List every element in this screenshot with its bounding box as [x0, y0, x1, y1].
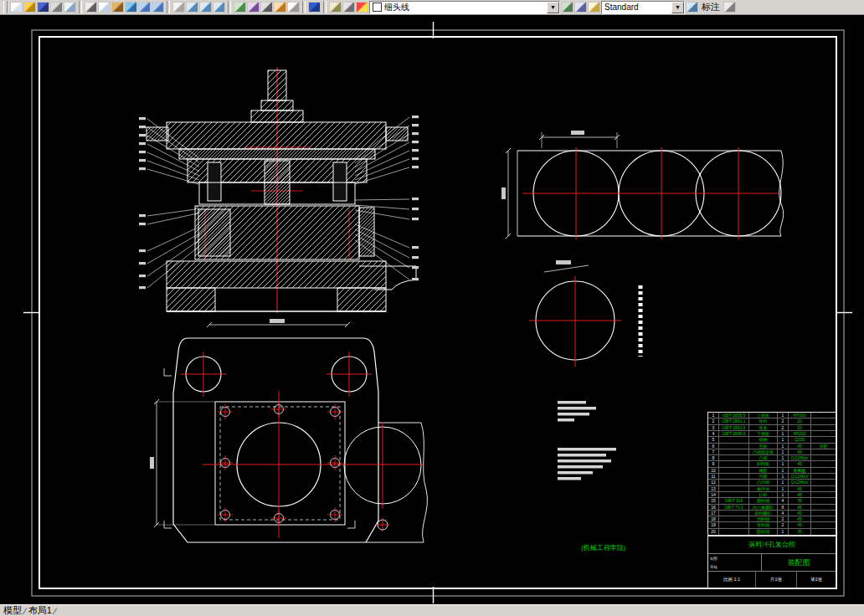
color-control-icon[interactable] — [356, 2, 368, 13]
datum-marks — [164, 368, 355, 528]
insert-block-icon[interactable] — [247, 2, 260, 13]
table-icon[interactable] — [287, 2, 300, 13]
title-block-school-text: (机械工程学院) — [581, 543, 625, 552]
bom-row: 2GB/T 2861.1导柱220 — [708, 418, 836, 424]
zoom-window-icon[interactable] — [199, 2, 212, 13]
sheet-total-label: 共1张 — [756, 572, 797, 588]
dim-style-icon[interactable] — [686, 2, 698, 13]
bom-row: 9卸料板145 — [708, 461, 836, 467]
annotation-icon[interactable] — [723, 2, 736, 13]
paste-icon[interactable] — [111, 2, 124, 13]
toolbar-icon-group-left — [10, 1, 368, 13]
layer-properties-icon[interactable] — [329, 2, 342, 13]
zoom-realtime-icon[interactable] — [186, 2, 198, 13]
tech-notes — [558, 401, 616, 480]
part-view — [529, 260, 640, 367]
toolbar-icon-group-mid — [561, 2, 600, 13]
undo-icon[interactable] — [138, 2, 151, 13]
title-block-signatures: 制图 审核 — [708, 554, 762, 571]
bom-row: 13推件块145 — [708, 486, 836, 492]
toolbar-separator — [323, 1, 327, 13]
layer-color-swatch-icon — [373, 3, 382, 12]
make-block-icon[interactable] — [234, 2, 246, 13]
sheet-number-label: 第1张 — [797, 572, 836, 588]
toolbar-grip[interactable] — [3, 1, 8, 13]
bom-row: 6垫板145淬硬 — [708, 444, 836, 449]
layer-combobox-value: 细头线 — [384, 2, 409, 13]
tab-separator: ∕ — [24, 606, 26, 616]
help-icon[interactable] — [308, 2, 321, 13]
bom-row: 11凹模1Cr12MoV — [708, 474, 836, 480]
match-properties-icon[interactable] — [125, 2, 137, 13]
zoom-previous-icon[interactable] — [213, 2, 225, 13]
dropdown-arrow-icon[interactable]: ▼ — [671, 2, 684, 13]
new-file-icon[interactable] — [10, 2, 23, 13]
drawn-label: 制图 — [710, 557, 761, 561]
bom-table: 1GB/T 2855.5上模座1HT2002GB/T 2861.1导柱2203G… — [707, 412, 836, 536]
title-block-subtitle: 装配图 — [762, 554, 836, 571]
title-block: 落料冲孔复合模 制图 审核 装配图 比例 1:1 共1张 第1张 — [707, 536, 836, 588]
toolbar-separator — [79, 1, 82, 13]
bom-row: 19导料销245 — [708, 522, 836, 528]
text-style-combobox[interactable]: Standard ▼ — [601, 1, 685, 14]
layer-states-icon[interactable] — [574, 2, 587, 13]
bom-row: 1GB/T 2855.5上模座1HT200 — [708, 413, 836, 418]
tab-separator: ∕ — [54, 606, 56, 616]
dropdown-arrow-icon[interactable]: ▼ — [547, 2, 559, 13]
scale-label: 比例 1:1 — [708, 572, 756, 588]
toolbar-separator — [228, 1, 231, 13]
cad-window: 细头线 ▼ Standard ▼ 标注 — [0, 0, 864, 616]
title-block-meta: 比例 1:1 共1张 第1张 — [708, 572, 836, 588]
bom-row: 8凸模1Cr12MoV — [708, 455, 836, 461]
print-preview-icon[interactable] — [64, 2, 76, 13]
title-block-title: 落料冲孔复合模 — [708, 536, 836, 554]
bom-row: 15GB/T 119圆柱销435 — [708, 498, 836, 504]
toolbar-separator — [167, 1, 170, 13]
properties-icon[interactable] — [561, 2, 573, 13]
layout-tab-bar: 模型∕布局1∕ — [0, 604, 864, 616]
open-folder-icon[interactable] — [23, 2, 36, 13]
toolbar-icon-group-right — [686, 2, 698, 13]
bom-row: 10橡胶1聚氨酯 — [708, 468, 836, 474]
bom-row: 14打杆145 — [708, 492, 836, 498]
layer-previous-icon[interactable] — [342, 2, 355, 13]
toolbar: 细头线 ▼ Standard ▼ 标注 — [0, 0, 864, 15]
toolbar-icon-group-far-right — [723, 2, 736, 13]
cut-icon[interactable] — [85, 2, 97, 13]
toolbar-separator — [302, 1, 306, 13]
layout-tab-model[interactable]: 模型 — [3, 604, 22, 616]
bom-row: 7凸模固定板145 — [708, 449, 836, 455]
save-icon[interactable] — [37, 2, 49, 13]
dimension-menu-label[interactable]: 标注 — [699, 1, 723, 13]
plot-icon[interactable] — [50, 2, 63, 13]
plan-view — [150, 319, 427, 542]
bom-row: 20防转销135 — [708, 529, 836, 535]
bom-row: 16GB/T 70.1内六角螺钉845 — [708, 505, 836, 511]
bom-row: 4GB/T 2855.6下模座1HT200 — [708, 431, 836, 437]
hatch-icon[interactable] — [260, 2, 273, 13]
bom-row: 5模柄1Q235 — [708, 437, 836, 443]
layer-combobox[interactable]: 细头线 ▼ — [369, 1, 560, 14]
checked-label: 审核 — [710, 565, 761, 569]
bom-row: 3GB/T 2861.6导套220 — [708, 425, 836, 431]
copy-icon[interactable] — [98, 2, 111, 13]
strip-layout-view — [501, 131, 784, 239]
section-view — [139, 67, 419, 313]
bom-row: 12凸凹模1Cr12MoV — [708, 480, 836, 485]
text-style-combobox-value: Standard — [604, 3, 639, 12]
redo-icon[interactable] — [152, 2, 164, 13]
bom-row: 18挡料销245 — [708, 516, 836, 522]
pan-icon[interactable] — [172, 2, 185, 13]
layout-tab-layout1[interactable]: 布局1 — [28, 604, 52, 616]
bom-row: 17卸料螺钉445 — [708, 511, 836, 516]
text-style-icon[interactable] — [588, 2, 600, 13]
layout-tabs: 模型∕布局1∕ — [3, 604, 56, 616]
region-icon[interactable] — [274, 2, 286, 13]
